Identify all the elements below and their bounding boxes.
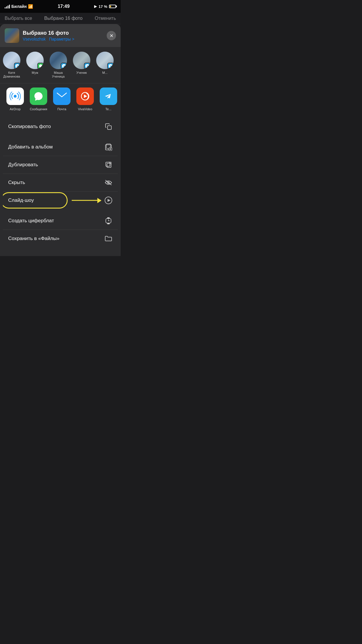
- action-duplicate[interactable]: Дублировать: [3, 156, 118, 174]
- person-item[interactable]: Муж: [23, 50, 47, 80]
- app-item-mail[interactable]: Почта: [50, 88, 73, 111]
- app-item-messages[interactable]: Сообщения: [27, 88, 50, 111]
- svg-point-2: [14, 95, 16, 97]
- signal-bar-2: [6, 6, 7, 8]
- share-params-link[interactable]: Параметры >: [49, 37, 74, 41]
- airdrop-label: AirDrop: [10, 107, 20, 111]
- person-name: Ученик: [76, 71, 87, 75]
- top-nav: Выбрать все Выбрано 16 фото Отменить: [0, 13, 121, 24]
- action-watch-face[interactable]: Создать циферблат: [3, 212, 118, 230]
- svg-rect-14: [107, 163, 111, 167]
- telegram-label: Te...: [106, 107, 112, 111]
- nav-title: Выбрано 16 фото: [44, 16, 82, 21]
- battery-container: [109, 5, 116, 8]
- svg-rect-19: [107, 217, 110, 219]
- share-location: Vsevolozhsk: [23, 37, 46, 41]
- telegram-badge: [61, 63, 67, 69]
- telegram-badge: [14, 63, 20, 69]
- watch-face-label: Создать циферблат: [8, 218, 54, 224]
- people-row: КатяДомнинова Муж МашаУченица: [0, 47, 121, 83]
- copy-photos-label: Скопировать фото: [8, 124, 51, 130]
- location-icon: ▶: [94, 4, 97, 8]
- action-section-3: Создать циферблат Сохранить в «Файлы»: [3, 212, 118, 247]
- signal-bars: [5, 4, 10, 8]
- share-title: Выбрано 16 фото: [23, 30, 103, 36]
- close-button[interactable]: ✕: [107, 31, 116, 40]
- play-icon: [104, 196, 113, 204]
- duplicate-label: Дублировать: [8, 162, 38, 168]
- nav-cancel[interactable]: Отменить: [95, 16, 116, 21]
- thumbnail-image: [5, 28, 19, 43]
- action-copy-photos[interactable]: Скопировать фото: [3, 118, 118, 135]
- person-name: МашаУченица: [52, 71, 64, 78]
- vivavideo-app-icon: [76, 88, 94, 105]
- status-right: ▶ 17 %: [94, 4, 116, 9]
- app-item-vivavideo[interactable]: VivaVideo: [73, 88, 97, 111]
- app-row: AirDrop Сообщения Почта: [0, 83, 121, 115]
- person-name: КатяДомнинова: [3, 71, 20, 78]
- action-slideshow[interactable]: Слайд-шоу: [3, 192, 118, 209]
- person-item[interactable]: Ученик: [70, 50, 93, 80]
- action-section-2: Добавить в альбом Дублировать: [3, 138, 118, 209]
- svg-rect-13: [106, 162, 110, 166]
- messages-label: Сообщения: [30, 107, 47, 111]
- wifi-icon: 📶: [28, 4, 33, 9]
- hide-icon: [104, 178, 113, 187]
- signal-bar-1: [5, 7, 6, 8]
- svg-rect-9: [108, 126, 111, 130]
- hide-label: Скрыть: [8, 180, 25, 186]
- avatar: [73, 52, 90, 69]
- status-carrier-signal: Билайн 📶: [5, 4, 33, 9]
- add-album-label: Добавить в альбом: [8, 144, 53, 150]
- folder-icon: [104, 235, 113, 243]
- watch-icon: [104, 217, 113, 225]
- avatar: [50, 52, 67, 69]
- app-item-airdrop[interactable]: AirDrop: [3, 88, 27, 111]
- mail-label: Почта: [57, 107, 66, 111]
- slideshow-label: Слайд-шоу: [8, 197, 34, 203]
- person-name: М...: [102, 71, 108, 75]
- status-time: 17:49: [58, 4, 70, 9]
- person-name: Муж: [32, 71, 38, 75]
- action-hide[interactable]: Скрыть: [3, 174, 118, 192]
- share-sheet: Выбрано 16 фото Vsevolozhsk Параметры > …: [0, 24, 121, 256]
- action-section-1: Скопировать фото: [3, 118, 118, 135]
- imessage-badge: [37, 63, 44, 69]
- bottom-spacer: [0, 247, 121, 256]
- airdrop-app-icon: [6, 88, 24, 105]
- action-save-files[interactable]: Сохранить в «Файлы»: [3, 230, 118, 247]
- vivavideo-label: VivaVideo: [78, 107, 92, 111]
- telegram-app-icon: [100, 88, 117, 105]
- status-bar: Билайн 📶 17:49 ▶ 17 %: [0, 0, 121, 13]
- avatar: [96, 52, 114, 69]
- svg-point-8: [103, 91, 114, 102]
- avatar: [3, 52, 20, 69]
- signal-bar-3: [8, 6, 8, 8]
- nav-select-all[interactable]: Выбрать все: [5, 16, 32, 21]
- battery-icon: [109, 5, 116, 8]
- carrier-name: Билайн: [11, 4, 27, 9]
- slideshow-annotation-arrow: [72, 200, 101, 201]
- action-add-album[interactable]: Добавить в альбом: [3, 138, 118, 156]
- messages-app-icon: [30, 88, 47, 105]
- person-item[interactable]: МашаУченица: [47, 50, 70, 80]
- app-item-telegram[interactable]: Te...: [97, 88, 120, 111]
- mail-app-icon: [53, 88, 71, 105]
- copy-icon: [104, 123, 113, 131]
- person-item[interactable]: КатяДомнинова: [0, 50, 23, 80]
- avatar: [26, 52, 44, 69]
- svg-rect-20: [107, 223, 110, 224]
- save-files-label: Сохранить в «Файлы»: [8, 236, 59, 242]
- share-thumbnail: [5, 28, 19, 43]
- person-item[interactable]: М...: [93, 50, 117, 80]
- telegram-badge: [107, 63, 114, 69]
- share-subtitle: Vsevolozhsk Параметры >: [23, 37, 103, 41]
- duplicate-icon: [104, 161, 113, 169]
- share-info: Выбрано 16 фото Vsevolozhsk Параметры >: [23, 30, 103, 41]
- telegram-badge: [84, 63, 90, 69]
- signal-bar-4: [9, 5, 10, 8]
- share-header: Выбрано 16 фото Vsevolozhsk Параметры > …: [0, 24, 121, 47]
- battery-percent: 17 %: [99, 4, 107, 9]
- svg-marker-17: [108, 199, 110, 202]
- add-album-icon: [104, 143, 113, 151]
